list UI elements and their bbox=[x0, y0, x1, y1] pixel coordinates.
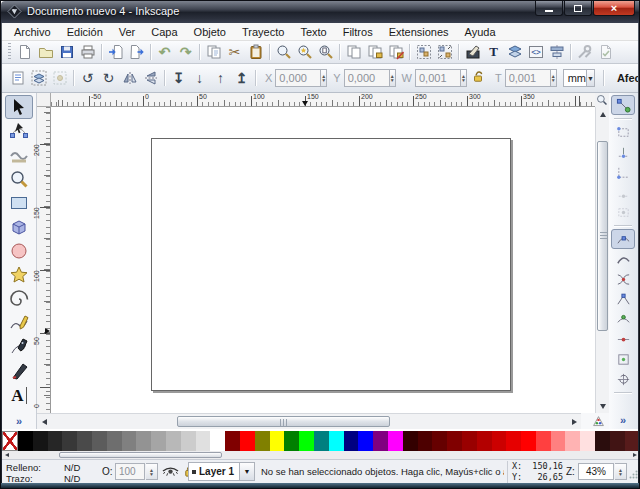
x-field[interactable] bbox=[275, 69, 321, 87]
flip-horizontal-button[interactable] bbox=[119, 68, 140, 88]
height-spinner[interactable]: ▲▼ bbox=[551, 69, 557, 87]
lower-button[interactable]: ↓ bbox=[189, 68, 210, 88]
inkscape-preferences-button[interactable] bbox=[574, 42, 595, 62]
color-swatch[interactable] bbox=[166, 431, 181, 451]
vertical-scrollbar[interactable] bbox=[595, 107, 609, 413]
color-swatch[interactable] bbox=[551, 431, 566, 451]
color-swatch[interactable] bbox=[506, 431, 521, 451]
fill-value[interactable]: N/D bbox=[64, 462, 80, 473]
current-layer-select[interactable]: Layer 1 bbox=[188, 462, 240, 481]
enable-snapping-button[interactable] bbox=[611, 95, 635, 115]
color-swatch[interactable] bbox=[196, 431, 211, 451]
tweak-tool[interactable] bbox=[5, 143, 33, 167]
rotate-ccw-button[interactable]: ↺ bbox=[77, 68, 98, 88]
menu-item-extensiones[interactable]: Extensiones bbox=[381, 24, 457, 40]
layers-dialog-button[interactable] bbox=[504, 42, 525, 62]
color-swatch[interactable] bbox=[255, 431, 270, 451]
minimize-button[interactable] bbox=[535, 1, 563, 16]
menu-item-edicion[interactable]: Edición bbox=[59, 24, 111, 40]
color-swatch[interactable] bbox=[536, 431, 551, 451]
lower-to-bottom-button[interactable]: ↧ bbox=[168, 68, 189, 88]
color-swatch[interactable] bbox=[62, 431, 77, 451]
color-swatch[interactable] bbox=[77, 431, 92, 451]
color-swatch[interactable] bbox=[580, 431, 595, 451]
color-swatch[interactable] bbox=[181, 431, 196, 451]
color-swatch[interactable] bbox=[358, 431, 373, 451]
layer-dropdown-icon[interactable]: ▼ bbox=[240, 462, 255, 481]
color-swatch[interactable] bbox=[565, 431, 580, 451]
text-tool[interactable]: A bbox=[5, 383, 33, 407]
scroll-left-arrow[interactable] bbox=[37, 415, 51, 429]
menu-item-archivo[interactable]: Archivo bbox=[6, 24, 59, 40]
color-swatch[interactable] bbox=[610, 431, 625, 451]
duplicate-button[interactable] bbox=[343, 42, 364, 62]
open-document-button[interactable] bbox=[35, 42, 56, 62]
scroll-up-arrow[interactable] bbox=[596, 107, 610, 121]
snap-bbox-centers-button[interactable] bbox=[611, 202, 635, 222]
color-swatch[interactable] bbox=[151, 431, 166, 451]
xml-editor-button[interactable]: <> bbox=[525, 42, 546, 62]
horizontal-ruler[interactable]: -50050100150200250300350 bbox=[51, 93, 595, 107]
width-spinner[interactable]: ▲▼ bbox=[461, 69, 467, 87]
snap-rotation-centers-button[interactable] bbox=[611, 369, 635, 389]
menu-item-objeto[interactable]: Objeto bbox=[186, 24, 234, 40]
y-spinner[interactable]: ▲▼ bbox=[390, 69, 396, 87]
palette-scroll-thumb[interactable] bbox=[59, 452, 222, 458]
export-document-button[interactable] bbox=[126, 42, 147, 62]
color-managed-display-toggle[interactable] bbox=[581, 413, 609, 429]
color-swatch[interactable] bbox=[462, 431, 477, 451]
color-swatch[interactable] bbox=[210, 431, 225, 451]
select-all-layers-button[interactable] bbox=[28, 68, 49, 88]
resize-grip[interactable] bbox=[629, 470, 638, 481]
scroll-right-arrow[interactable] bbox=[567, 415, 581, 429]
palette-scrollbar[interactable] bbox=[2, 451, 640, 459]
unlink-clone-button[interactable] bbox=[385, 42, 406, 62]
document-properties-button[interactable] bbox=[595, 42, 616, 62]
opacity-spinner[interactable]: ▲▼ bbox=[146, 463, 158, 480]
horizontal-scroll-thumb[interactable] bbox=[177, 416, 390, 427]
snapbar-overflow-chevron[interactable]: » bbox=[608, 414, 638, 426]
y-field[interactable] bbox=[344, 69, 390, 87]
snap-path-intersections-button[interactable] bbox=[611, 269, 635, 289]
redo-button[interactable]: ↷ bbox=[175, 42, 196, 62]
menu-item-texto[interactable]: Texto bbox=[292, 24, 334, 40]
snap-bbox-corners-button[interactable] bbox=[611, 162, 635, 182]
swatch-none[interactable] bbox=[2, 431, 18, 451]
sticky-zoom-toggle[interactable] bbox=[595, 93, 609, 107]
menu-item-ver[interactable]: Ver bbox=[111, 24, 144, 40]
vertical-ruler[interactable]: 200150100500 bbox=[37, 107, 51, 413]
menu-item-trayecto[interactable]: Trayecto bbox=[234, 24, 292, 40]
document-page[interactable] bbox=[151, 138, 511, 391]
snap-nodes-button[interactable] bbox=[611, 229, 635, 249]
raise-to-top-button[interactable]: ↥ bbox=[231, 68, 252, 88]
color-swatch[interactable] bbox=[432, 431, 447, 451]
ellipse-tool[interactable] bbox=[5, 239, 33, 263]
color-swatch[interactable] bbox=[18, 431, 33, 451]
vertical-scroll-thumb[interactable] bbox=[597, 141, 608, 331]
select-all-button[interactable] bbox=[7, 68, 28, 88]
snap-smooth-nodes-button[interactable] bbox=[611, 309, 635, 329]
ungroup-objects-button[interactable] bbox=[434, 42, 455, 62]
snap-midpoints-button[interactable] bbox=[611, 329, 635, 349]
color-swatch[interactable] bbox=[314, 431, 329, 451]
menu-item-capa[interactable]: Capa bbox=[143, 24, 185, 40]
color-swatch[interactable] bbox=[388, 431, 403, 451]
node-tool[interactable] bbox=[5, 119, 33, 143]
color-swatch[interactable] bbox=[92, 431, 107, 451]
deselect-button[interactable] bbox=[49, 68, 70, 88]
color-swatch[interactable] bbox=[299, 431, 314, 451]
opacity-field[interactable] bbox=[115, 463, 145, 480]
print-document-button[interactable] bbox=[77, 42, 98, 62]
zoom-spinner[interactable]: ▲▼ bbox=[615, 463, 627, 480]
zoom-selection-button[interactable] bbox=[273, 42, 294, 62]
snap-bbox-edges-button[interactable] bbox=[611, 142, 635, 162]
rotate-cw-button[interactable]: ↻ bbox=[98, 68, 119, 88]
new-document-button[interactable] bbox=[14, 42, 35, 62]
canvas[interactable] bbox=[51, 107, 595, 413]
pen-tool[interactable] bbox=[5, 335, 33, 359]
snap-cusp-nodes-button[interactable] bbox=[611, 289, 635, 309]
unit-dropdown-icon[interactable]: ▼ bbox=[587, 69, 595, 87]
paste-button[interactable] bbox=[245, 42, 266, 62]
snap-bbox-button[interactable] bbox=[611, 122, 635, 142]
flip-vertical-button[interactable] bbox=[140, 68, 161, 88]
